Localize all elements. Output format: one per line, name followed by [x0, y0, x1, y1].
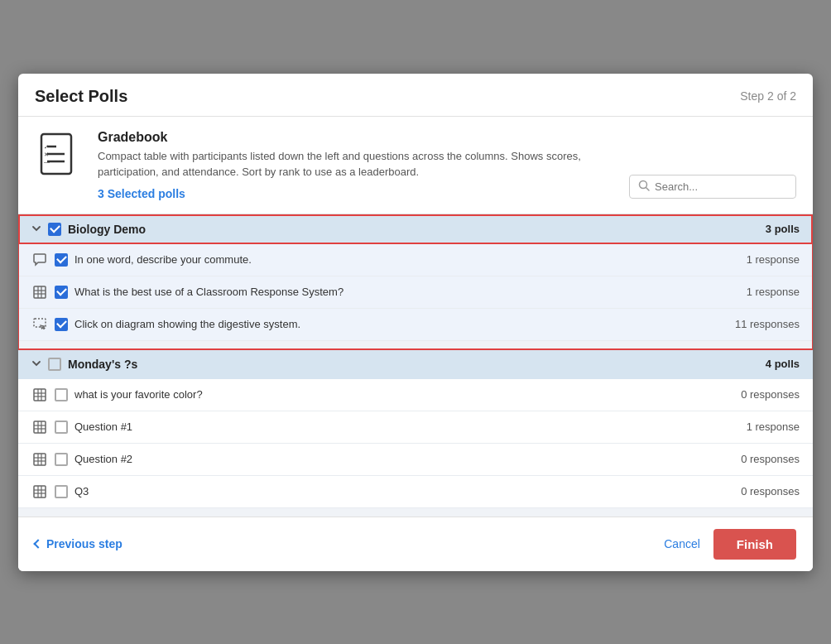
svg-rect-30 — [34, 486, 46, 497]
poll-responses: 1 response — [733, 286, 800, 298]
previous-step-button[interactable]: Previous step — [35, 537, 122, 550]
poll-text: Click on diagram showing the digestive s… — [74, 318, 727, 330]
group-checkbox-mondays[interactable] — [48, 358, 61, 371]
group-checkbox-biology[interactable] — [48, 223, 61, 236]
search-box — [629, 175, 796, 199]
poll-type-icon-grid — [31, 387, 48, 403]
modal-step: Step 2 of 2 — [740, 89, 796, 103]
poll-row[interactable]: what is your favorite color?0 responses — [18, 379, 813, 411]
search-wrapper — [629, 175, 796, 199]
group-section-biology: Biology Demo3 pollsIn one word, describe… — [18, 214, 813, 349]
poll-checkbox[interactable] — [55, 421, 68, 434]
search-icon — [638, 180, 650, 194]
poll-text: What is the best use of a Classroom Resp… — [74, 286, 727, 298]
svg-rect-15 — [34, 389, 46, 401]
poll-responses: 11 responses — [733, 318, 800, 330]
svg-rect-9 — [34, 286, 46, 298]
search-input[interactable] — [655, 180, 787, 193]
svg-text:✕: ✕ — [44, 151, 49, 157]
group-header-biology[interactable]: Biology Demo3 polls — [18, 214, 813, 244]
poll-checkbox[interactable] — [55, 286, 68, 299]
report-info: ✓ ✕ — Gradebook Compact table with parti… — [18, 117, 813, 214]
group-count-biology: 3 polls — [766, 223, 800, 235]
poll-responses: 0 responses — [733, 453, 800, 465]
report-details: Gradebook Compact table with participant… — [98, 130, 616, 200]
poll-row[interactable]: Question #20 responses — [18, 444, 813, 476]
poll-type-icon-grid — [31, 483, 48, 500]
group-section-mondays: Monday's ?s4 polls what is your favorite… — [18, 349, 813, 517]
svg-text:—: — — [44, 159, 50, 165]
poll-text: Q3 — [74, 485, 727, 497]
poll-row[interactable]: Q30 responses — [18, 476, 813, 508]
report-icon: ✓ ✕ — — [35, 130, 84, 180]
modal-footer: Previous step Cancel Finish — [18, 517, 813, 571]
poll-checkbox[interactable] — [55, 253, 68, 267]
selected-polls-count: 3 Selected polls — [98, 187, 185, 200]
chevron-down-icon — [31, 223, 41, 236]
chevron-down-icon — [31, 358, 41, 371]
poll-type-icon-word — [31, 252, 48, 268]
poll-text: Question #2 — [74, 453, 727, 465]
poll-row[interactable]: Question #11 response — [18, 411, 813, 444]
poll-type-icon-grid — [31, 284, 48, 300]
poll-row[interactable]: Click on diagram showing the digestive s… — [18, 309, 813, 341]
modal-title: Select Polls — [35, 87, 127, 106]
poll-checkbox[interactable] — [55, 485, 68, 498]
cancel-button[interactable]: Cancel — [664, 537, 700, 550]
report-description: Compact table with participants listed d… — [98, 148, 616, 180]
modal: Select Polls Step 2 of 2 ✓ ✕ — Gradebook… — [18, 74, 813, 571]
poll-checkbox[interactable] — [55, 318, 68, 331]
svg-text:✓: ✓ — [44, 144, 49, 150]
poll-text: what is your favorite color? — [74, 388, 727, 401]
poll-type-icon-grid — [31, 419, 48, 435]
poll-text: Question #1 — [74, 421, 727, 433]
poll-responses: 1 response — [733, 421, 800, 433]
group-count-mondays: 4 polls — [766, 358, 800, 370]
group-name-biology: Biology Demo — [68, 223, 759, 236]
svg-rect-25 — [34, 454, 46, 465]
report-name: Gradebook — [98, 130, 616, 145]
poll-responses: 1 response — [733, 253, 800, 266]
finish-button[interactable]: Finish — [713, 529, 796, 560]
poll-responses: 0 responses — [733, 388, 800, 401]
poll-row[interactable]: What is the best use of a Classroom Resp… — [18, 276, 813, 309]
group-header-mondays[interactable]: Monday's ?s4 polls — [18, 349, 813, 379]
chevron-left-icon — [33, 539, 42, 548]
poll-responses: 0 responses — [733, 485, 800, 497]
polls-list: Biology Demo3 pollsIn one word, describe… — [18, 214, 813, 517]
poll-type-icon-grid — [31, 451, 48, 468]
poll-checkbox[interactable] — [55, 453, 68, 466]
previous-step-label: Previous step — [46, 537, 122, 550]
footer-right: Cancel Finish — [664, 529, 796, 560]
modal-header: Select Polls Step 2 of 2 — [18, 74, 813, 117]
svg-line-8 — [646, 187, 650, 190]
poll-text: In one word, describe your commute. — [74, 253, 727, 266]
poll-checkbox[interactable] — [55, 388, 68, 401]
group-name-mondays: Monday's ?s — [68, 358, 759, 371]
poll-row[interactable]: In one word, describe your commute.1 res… — [18, 244, 813, 276]
poll-type-icon-click — [31, 316, 48, 333]
svg-rect-20 — [34, 421, 46, 433]
